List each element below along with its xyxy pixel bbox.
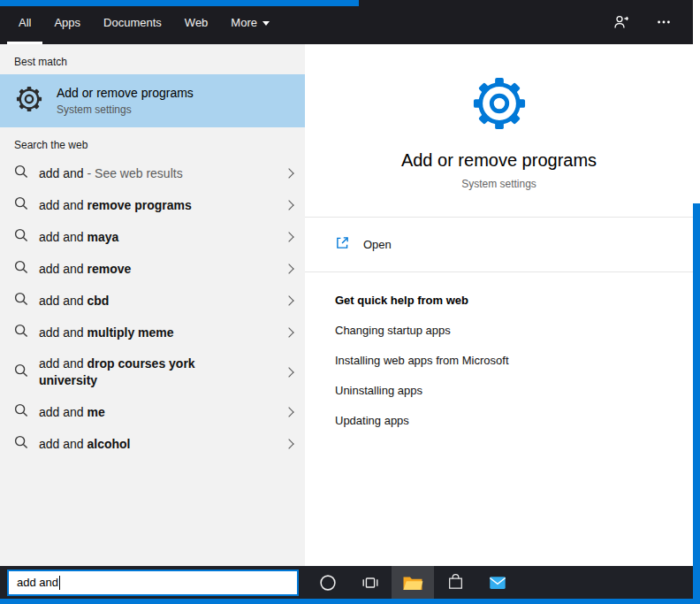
suggestion-typed: add and (39, 262, 84, 276)
search-icon (14, 363, 28, 381)
tab-all[interactable]: All (7, 0, 42, 44)
chevron-right-icon[interactable] (284, 367, 293, 377)
help-link[interactable]: Uninstalling apps (335, 384, 663, 397)
tab-all-label: All (19, 16, 31, 29)
suggestion-typed: add and (39, 437, 84, 451)
chevron-right-icon[interactable] (284, 295, 293, 305)
mail-icon[interactable] (476, 566, 519, 599)
suggestion-typed: add and (39, 294, 84, 308)
desktop-background (0, 0, 359, 6)
gear-icon (16, 86, 42, 116)
suggestion-typed: add and (39, 405, 84, 419)
detail-panel: Add or remove programs System settings O… (305, 44, 693, 566)
detail-title: Add or remove programs (305, 150, 693, 171)
search-icon (14, 324, 28, 341)
suggestion-typed: add and (39, 356, 84, 371)
search-suggestion[interactable]: add and me (0, 396, 305, 428)
search-suggestion[interactable]: add and cbd (0, 285, 305, 317)
text-cursor (59, 576, 60, 590)
detail-subtitle: System settings (305, 178, 693, 190)
search-suggestion[interactable]: add and - See web results (0, 157, 305, 189)
suggestion-typed: add and (39, 230, 84, 244)
search-suggestion[interactable]: add and maya (0, 221, 305, 253)
suggestion-typed: add and (39, 198, 84, 212)
search-suggestion[interactable]: add and remove programs (0, 189, 305, 221)
tab-documents-label: Documents (103, 16, 162, 29)
suggestion-typed: add and (39, 166, 84, 180)
quick-help-header: Get quick help from web (335, 294, 663, 307)
chevron-right-icon[interactable] (284, 168, 293, 178)
suggestion-typed: add and (39, 325, 84, 340)
suggestion-note: - See web results (84, 166, 183, 180)
search-flyout: All Apps Documents Web More (0, 0, 693, 599)
search-input-value: add and (17, 576, 58, 589)
gear-icon (472, 119, 527, 134)
chevron-right-icon[interactable] (284, 232, 293, 241)
quick-help-section: Get quick help from web Changing startup… (305, 272, 693, 427)
results-panel: Best match (0, 44, 305, 566)
search-icon (14, 435, 28, 453)
person-icon[interactable] (612, 12, 631, 32)
best-match-title: Add or remove programs (57, 86, 194, 100)
help-link[interactable]: Updating apps (335, 414, 663, 427)
best-match-subtitle: System settings (57, 103, 194, 116)
ellipsis-icon[interactable] (654, 12, 673, 32)
help-link[interactable]: Changing startup apps (335, 324, 663, 337)
help-link[interactable]: Installing web apps from Microsoft (335, 354, 663, 367)
open-button-label: Open (363, 238, 392, 251)
tab-more[interactable]: More (219, 0, 281, 44)
best-match-header: Best match (0, 44, 305, 74)
suggestion-completion: maya (84, 230, 119, 244)
search-suggestion[interactable]: add and alcohol (0, 428, 305, 460)
suggestion-completion: multiply meme (84, 325, 174, 340)
taskbar: add and (0, 566, 693, 599)
chevron-down-icon (262, 21, 270, 26)
tab-web[interactable]: Web (173, 0, 220, 44)
search-icon (14, 196, 28, 214)
tab-apps-label: Apps (54, 16, 80, 29)
search-web-header: Search the web (0, 127, 305, 157)
store-icon[interactable] (434, 566, 476, 599)
search-suggestion[interactable]: add and multiply meme (0, 317, 305, 348)
cortana-icon[interactable] (307, 566, 349, 599)
file-explorer-icon[interactable] (392, 566, 434, 599)
tab-apps[interactable]: Apps (42, 0, 92, 44)
chevron-right-icon[interactable] (284, 407, 293, 417)
suggestion-completion: remove (84, 262, 132, 276)
tab-documents[interactable]: Documents (92, 0, 173, 44)
task-view-icon[interactable] (349, 566, 392, 599)
search-suggestion[interactable]: add and drop courses york university (0, 348, 305, 396)
tab-web-label: Web (185, 16, 209, 29)
background-window-edge (693, 0, 700, 203)
search-filter-tabs: All Apps Documents Web More (7, 0, 281, 44)
chevron-right-icon[interactable] (284, 327, 293, 337)
search-header: All Apps Documents Web More (0, 0, 693, 44)
open-button[interactable]: Open (305, 218, 693, 272)
search-icon (14, 228, 28, 246)
search-input[interactable]: add and (7, 570, 299, 596)
search-icon (14, 164, 28, 182)
best-match-result[interactable]: Add or remove programs System settings (0, 74, 305, 127)
chevron-right-icon[interactable] (284, 200, 293, 210)
search-results-area: Best match (0, 44, 693, 566)
detail-hero: Add or remove programs System settings (305, 44, 693, 218)
suggestion-completion: cbd (84, 294, 110, 308)
search-icon (14, 292, 28, 310)
chevron-right-icon[interactable] (284, 439, 293, 448)
suggestion-completion: alcohol (84, 437, 131, 451)
suggestion-completion: remove programs (84, 198, 192, 212)
chevron-right-icon[interactable] (284, 264, 293, 273)
search-suggestion[interactable]: add and remove (0, 253, 305, 285)
search-icon (14, 260, 28, 278)
suggestion-completion: me (84, 405, 105, 419)
search-icon (14, 403, 28, 421)
open-external-icon (335, 235, 350, 254)
tab-more-label: More (231, 16, 257, 29)
